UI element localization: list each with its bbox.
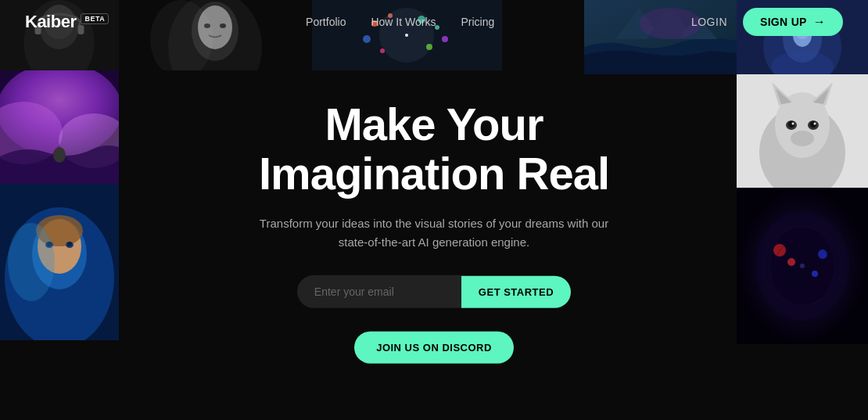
get-started-button[interactable]: GET STARTED bbox=[461, 275, 571, 307]
nav-right: LOGIN SIGN UP → bbox=[691, 8, 843, 36]
svg-point-69 bbox=[791, 131, 814, 146]
svg-point-35 bbox=[380, 48, 385, 53]
navigation: Kaiber BETA Portfolio How It Works Prici… bbox=[0, 0, 868, 44]
nav-item-how-it-works[interactable]: How It Works bbox=[371, 15, 436, 29]
email-input[interactable] bbox=[297, 275, 461, 308]
hero-subtitle: Transform your ideas into the visual sto… bbox=[246, 214, 622, 252]
nav-item-pricing[interactable]: Pricing bbox=[461, 15, 494, 29]
signup-arrow-icon: → bbox=[813, 15, 826, 29]
brand-logo[interactable]: Kaiber bbox=[25, 12, 76, 32]
discord-row: JOIN US ON DISCORD bbox=[207, 324, 661, 364]
image-left-middle bbox=[0, 70, 119, 184]
image-left-bottom bbox=[0, 184, 119, 340]
hero-title: Make Your Imagination Real bbox=[207, 99, 661, 199]
svg-point-67 bbox=[814, 123, 816, 125]
hero-cta-row: GET STARTED bbox=[207, 275, 661, 308]
logo-area: Kaiber BETA bbox=[25, 12, 109, 32]
nav-item-portfolio[interactable]: Portfolio bbox=[306, 15, 346, 29]
svg-point-66 bbox=[792, 123, 794, 125]
svg-point-20 bbox=[8, 223, 55, 301]
login-button[interactable]: LOGIN bbox=[691, 16, 727, 28]
svg-point-76 bbox=[818, 249, 827, 259]
signup-button[interactable]: SIGN UP → bbox=[743, 8, 843, 36]
svg-point-10 bbox=[53, 147, 66, 163]
hero-section: Make Your Imagination Real Transform you… bbox=[207, 99, 661, 364]
svg-point-19 bbox=[67, 242, 72, 246]
beta-badge: BETA bbox=[81, 13, 109, 24]
svg-point-75 bbox=[787, 258, 795, 266]
svg-point-78 bbox=[800, 264, 805, 268]
svg-point-77 bbox=[812, 271, 818, 277]
svg-point-34 bbox=[426, 44, 432, 50]
image-right-bottom bbox=[737, 188, 868, 344]
nav-links: Portfolio How It Works Pricing bbox=[306, 15, 494, 29]
image-right-middle bbox=[737, 74, 868, 188]
discord-button[interactable]: JOIN US ON DISCORD bbox=[354, 332, 514, 364]
